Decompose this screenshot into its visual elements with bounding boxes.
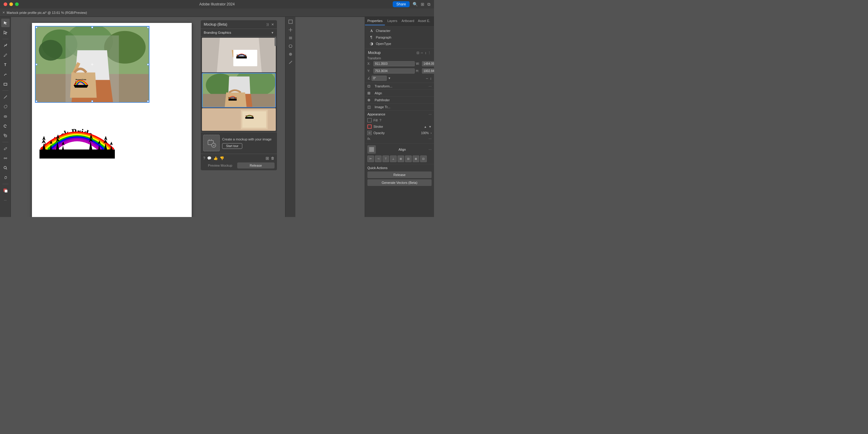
appearance-more-icon[interactable]: ⋯	[429, 113, 432, 116]
artboard-mockup-image[interactable]: Martock Pride +	[35, 26, 150, 103]
props-panel-title: Mockup	[368, 51, 381, 55]
opentype-panel-item[interactable]: ◑ OpenType	[367, 40, 432, 47]
pathfinder-panel-item[interactable]: ⊗ Pathfinder	[365, 97, 434, 104]
transform-flip-v-icon[interactable]: ↕	[425, 51, 427, 55]
flip-v-small-icon[interactable]: ↕	[430, 76, 432, 80]
stroke-up-icon[interactable]: ▲	[424, 125, 427, 128]
align-panel-item[interactable]: ⊞ Align	[365, 90, 434, 97]
tab-artboard[interactable]: Artboard	[400, 17, 416, 25]
eraser-tool[interactable]	[1, 112, 10, 121]
more-tools[interactable]: ···	[1, 196, 10, 204]
blob-brush-tool[interactable]	[1, 102, 10, 111]
align-top-btn[interactable]: ⊥	[390, 156, 397, 162]
align-bottom-btn[interactable]: ⊟	[405, 156, 412, 162]
opacity-checkbox[interactable]	[367, 131, 372, 135]
svg-rect-37	[245, 117, 254, 119]
scale-tool[interactable]	[1, 131, 10, 140]
mockup-thumbnails: Martock Pride	[201, 36, 277, 132]
window-icon[interactable]: ⧉	[427, 2, 430, 7]
pen-tool[interactable]	[1, 41, 10, 50]
circle-tools-icon[interactable]	[287, 42, 294, 50]
stroke-swatch[interactable]	[367, 124, 372, 129]
y-input[interactable]	[373, 68, 415, 73]
mockup-thumb-1[interactable]: Martock Pride	[202, 38, 276, 72]
category-dropdown[interactable]: Branding Graphics ▼	[201, 29, 277, 36]
thumbs-down-icon[interactable]: 👎	[220, 156, 224, 160]
tab-close-icon[interactable]: ✕	[2, 11, 5, 14]
minimize-button[interactable]	[9, 2, 13, 6]
type-tool[interactable]: T	[1, 61, 10, 69]
chat-icon[interactable]: 💬	[207, 156, 212, 160]
blend-tool[interactable]	[1, 154, 10, 162]
angle-dropdown-icon[interactable]: ▼	[388, 76, 391, 80]
align-left-btn[interactable]: ⊢	[367, 156, 374, 162]
select-tool[interactable]	[1, 19, 10, 27]
h-input[interactable]	[422, 68, 434, 73]
release-mockup-button[interactable]: Release	[237, 162, 275, 168]
delete-mockup-icon[interactable]: 🗑	[271, 156, 275, 160]
thumbs-up-icon[interactable]: 👍	[213, 156, 218, 160]
fill-stroke-indicator[interactable]	[1, 186, 10, 195]
fill-swatch[interactable]	[367, 118, 372, 122]
paragraph-panel-item[interactable]: ¶ Paragraph	[367, 34, 432, 40]
tab-properties[interactable]: Properties	[365, 17, 385, 25]
opacity-expand-icon[interactable]: ›	[431, 131, 432, 135]
preview-mockup-button[interactable]: Preview Mockup	[203, 162, 237, 168]
tab-layers[interactable]: Layers	[385, 17, 400, 25]
color-panel-icon[interactable]	[287, 51, 294, 58]
arc-tool[interactable]	[1, 70, 10, 79]
generate-vectors-btn[interactable]: Generate Vectors (Beta)	[367, 179, 432, 186]
image-trace-panel-item[interactable]: ◫ Image Tr...	[365, 104, 434, 111]
distribute-v-btn[interactable]: ⊡	[420, 156, 427, 162]
zoom-tool[interactable]	[1, 164, 10, 172]
mockup-close-icon[interactable]: ✕	[271, 23, 274, 27]
stroke-dropdown-icon[interactable]: ▼	[429, 125, 432, 128]
grid-icon[interactable]: ⊞	[421, 2, 424, 7]
align-center-h-btn[interactable]: ⊣	[375, 156, 381, 162]
fullscreen-button[interactable]	[15, 2, 19, 6]
character-panel-item[interactable]: 𝐀 Character	[367, 27, 432, 34]
mockup-thumb-3[interactable]: Martock Pride	[202, 108, 276, 131]
transform-constrain-icon[interactable]: ⊡	[416, 51, 419, 55]
align-more-icon[interactable]: ⋯	[429, 148, 432, 151]
artboard-resize-icon[interactable]	[287, 18, 294, 25]
direct-select-tool[interactable]	[1, 28, 10, 37]
brush-panel-icon[interactable]	[287, 59, 294, 66]
mockup-thumb-2[interactable]: Martock Pride	[202, 73, 276, 107]
rotate-tool[interactable]	[1, 122, 10, 130]
transform-flip-h-icon[interactable]: ↔	[421, 51, 424, 55]
menu-icon[interactable]	[287, 34, 294, 41]
start-tour-button[interactable]: Start tour	[222, 143, 242, 149]
navigator-icon[interactable]	[287, 26, 294, 33]
canvas-area[interactable]: Martock Pride +	[11, 17, 365, 217]
props-more-icon[interactable]: ⋮	[428, 51, 431, 55]
svg-text:Martock Pride: Martock Pride	[76, 79, 86, 81]
mockup-tour-section: Create a mockup with your image Start to…	[201, 132, 277, 154]
align-panel-icon: ⊞	[367, 91, 373, 95]
paintbrush-tool[interactable]	[1, 93, 10, 101]
close-button[interactable]	[4, 2, 7, 6]
pencil-tool[interactable]	[1, 51, 10, 59]
eyedropper-tool[interactable]	[1, 144, 10, 153]
flip-h-small-icon[interactable]: ↔	[426, 76, 429, 80]
w-input[interactable]	[422, 61, 434, 66]
share-button[interactable]: Share	[393, 1, 410, 7]
tab-label[interactable]: Martock pride profile pic.ai* @ 13.61 % …	[7, 11, 87, 14]
search-icon[interactable]: 🔍	[412, 2, 418, 7]
align-right-btn[interactable]: ⊤	[382, 156, 389, 162]
transform-panel-item[interactable]: ⊡ Transform... ⋯	[365, 83, 434, 90]
appearance-more2-icon[interactable]: ⋯	[429, 137, 432, 141]
rectangle-tool[interactable]	[1, 80, 10, 88]
image-trace-label: Image Tr...	[375, 105, 390, 109]
tab-asset-export[interactable]: Asset E.	[416, 17, 432, 25]
distribute-h-btn[interactable]: ⊠	[412, 156, 419, 162]
x-input[interactable]	[373, 61, 415, 66]
hand-tool[interactable]	[1, 173, 10, 182]
align-center-v-btn[interactable]: ⊞	[398, 156, 404, 162]
add-mockup-icon[interactable]: ⊞	[266, 156, 269, 161]
mockup-collapse-icon[interactable]: ⟩⟩	[267, 23, 269, 27]
props-title-row: Mockup ⊡ ↔ ↕ ⋮	[365, 49, 434, 56]
help-icon[interactable]: ?	[203, 156, 205, 160]
release-quick-btn[interactable]: Release	[367, 172, 432, 178]
angle-input[interactable]	[372, 76, 387, 81]
